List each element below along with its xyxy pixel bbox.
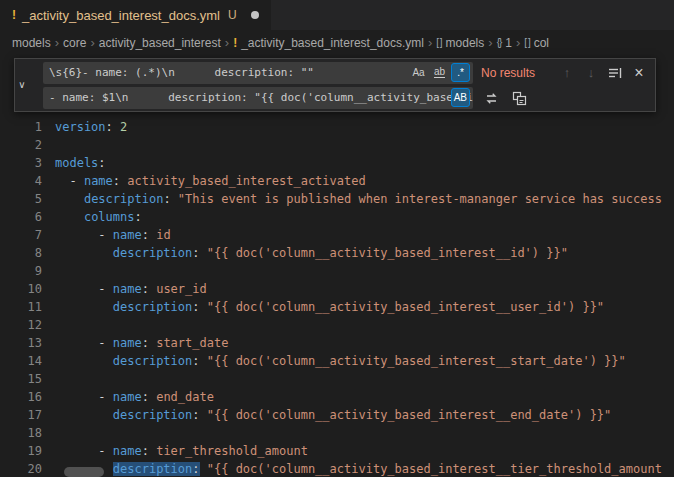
- horizontal-scrollbar-thumb[interactable]: [64, 467, 104, 477]
- code-line: version: 2: [55, 118, 674, 136]
- regex-icon[interactable]: .*: [451, 63, 470, 82]
- code-line: [55, 136, 674, 154]
- code-line: - name: tier_threshold_amount: [55, 442, 674, 460]
- editor[interactable]: 1234567891011121314151617181920 version:…: [0, 55, 674, 477]
- line-number: 5: [0, 190, 42, 208]
- next-match-button[interactable]: ↓: [581, 63, 601, 83]
- breadcrumb-item-models[interactable]: models: [12, 36, 51, 50]
- find-input[interactable]: \s{6}- name: (.*)\n description: "" Aa a…: [43, 62, 473, 84]
- breadcrumb-item-col[interactable]: [ ]col: [524, 36, 549, 50]
- close-icon[interactable]: ×: [629, 63, 649, 83]
- replace-button[interactable]: [481, 88, 501, 108]
- code-line: - name: id: [55, 226, 674, 244]
- array-icon: [ ]: [436, 37, 441, 48]
- tab-activity-based-interest-docs[interactable]: ! _activity_based_interest_docs.yml U: [0, 0, 271, 30]
- preserve-case-icon[interactable]: AB: [451, 88, 470, 107]
- line-number: 7: [0, 226, 42, 244]
- line-number: 10: [0, 280, 42, 298]
- breadcrumb-separator: ›: [428, 35, 432, 50]
- line-number: 8: [0, 244, 42, 262]
- line-number: 14: [0, 352, 42, 370]
- line-number: 13: [0, 334, 42, 352]
- chevron-down-icon: ∨: [18, 76, 25, 94]
- replace-input[interactable]: - name: $1\n description: "{{ doc('colum…: [43, 87, 473, 109]
- replace-value: - name: $1\n description: "{{ doc('colum…: [43, 89, 473, 107]
- modified-indicator-dot[interactable]: [251, 11, 259, 19]
- git-status-badge: U: [228, 8, 237, 22]
- breadcrumb-separator: ›: [225, 35, 229, 50]
- line-number: 11: [0, 298, 42, 316]
- line-number: 6: [0, 208, 42, 226]
- line-number: 17: [0, 406, 42, 424]
- find-row: \s{6}- name: (.*)\n description: "" Aa a…: [43, 62, 649, 84]
- whole-word-icon[interactable]: ab: [430, 63, 449, 82]
- code-line: description: "{{ doc('column__activity_b…: [55, 460, 674, 477]
- find-replace-widget: ∨ \s{6}- name: (.*)\n description: "" Aa…: [14, 58, 656, 112]
- line-number: 15: [0, 370, 42, 388]
- line-number: 16: [0, 388, 42, 406]
- code-line: description: "{{ doc('column__activity_b…: [55, 406, 674, 424]
- code-line: [55, 424, 674, 442]
- breadcrumb-separator: ›: [90, 35, 94, 50]
- line-number: 4: [0, 172, 42, 190]
- tab-label: _activity_based_interest_docs.yml: [22, 8, 220, 23]
- line-number: 12: [0, 316, 42, 334]
- code-line: - name: start_date: [55, 334, 674, 352]
- code-line: description: "{{ doc('column__activity_b…: [55, 352, 674, 370]
- line-number: 2: [0, 136, 42, 154]
- find-results-status: No results: [481, 64, 549, 82]
- find-query: \s{6}- name: (.*)\n description: "": [43, 64, 314, 82]
- code-lines[interactable]: version: 2models: - name: activity_based…: [55, 55, 674, 477]
- code-line: - name: user_id: [55, 280, 674, 298]
- breadcrumb-item-models[interactable]: [ ]models: [436, 36, 484, 50]
- object-icon: {}: [497, 37, 502, 48]
- line-number: 20: [0, 460, 42, 477]
- code-line: [55, 316, 674, 334]
- line-number: 18: [0, 424, 42, 442]
- line-number: 3: [0, 154, 42, 172]
- breadcrumb-item-core[interactable]: core: [63, 36, 86, 50]
- code-line: description: "This event is published wh…: [55, 190, 674, 208]
- previous-match-button[interactable]: ↑: [557, 63, 577, 83]
- line-number: 19: [0, 442, 42, 460]
- yaml-file-icon: !: [12, 8, 16, 22]
- array-icon: [ ]: [524, 37, 529, 48]
- breadcrumb-separator: ›: [516, 35, 520, 50]
- match-case-icon[interactable]: Aa: [409, 63, 428, 82]
- find-in-selection-icon[interactable]: [605, 63, 625, 83]
- breadcrumb-separator: ›: [55, 35, 59, 50]
- code-line: [55, 262, 674, 280]
- code-line: description: "{{ doc('column__activity_b…: [55, 244, 674, 262]
- breadcrumb-item-1[interactable]: {}1: [497, 36, 512, 50]
- code-line: - name: end_date: [55, 388, 674, 406]
- breadcrumb: models›core›activity_based_interest›!_ac…: [0, 30, 674, 55]
- code-line: models:: [55, 154, 674, 172]
- code-line: columns:: [55, 208, 674, 226]
- replace-row: - name: $1\n description: "{{ doc('colum…: [43, 87, 649, 109]
- breadcrumb-item-_activity_based_interest_docs.yml[interactable]: !_activity_based_interest_docs.yml: [233, 36, 424, 50]
- code-line: [55, 370, 674, 388]
- line-numbers: 1234567891011121314151617181920: [0, 55, 42, 477]
- toggle-replace-button[interactable]: ∨: [15, 59, 29, 111]
- breadcrumb-item-activity_based_interest[interactable]: activity_based_interest: [99, 36, 221, 50]
- line-number: 1: [0, 118, 42, 136]
- yaml-icon: !: [233, 36, 237, 50]
- tab-bar: ! _activity_based_interest_docs.yml U: [0, 0, 674, 30]
- replace-all-button[interactable]: [509, 88, 529, 108]
- line-number: 9: [0, 262, 42, 280]
- code-line: description: "{{ doc('column__activity_b…: [55, 298, 674, 316]
- breadcrumb-separator: ›: [488, 35, 492, 50]
- code-line: - name: activity_based_interest_activate…: [55, 172, 674, 190]
